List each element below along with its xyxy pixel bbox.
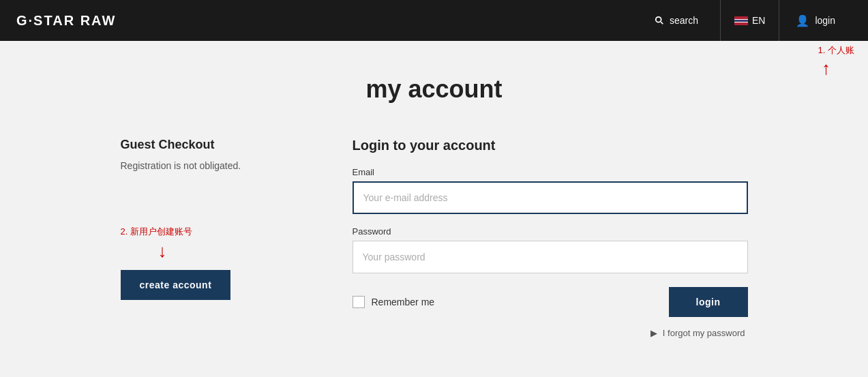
forgot-password-text: I forgot my password	[663, 328, 745, 338]
forgot-password-link[interactable]: ▶ I forgot my password	[353, 328, 748, 338]
guest-checkout-description: Registration is not obligated.	[121, 160, 298, 171]
language-selector[interactable]: EN	[721, 0, 779, 41]
main-content: Guest Checkout Registration is not oblig…	[93, 124, 775, 365]
svg-line-1	[661, 22, 663, 24]
navbar: G·STAR RAW search EN 👤 login	[0, 0, 868, 41]
brand-logo: G·STAR RAW	[16, 13, 116, 29]
annotation-2-text: 2. 新用户创建账号	[121, 226, 298, 238]
annotation-2: 2. 新用户创建账号 ↓	[121, 226, 298, 262]
guest-checkout-section: Guest Checkout Registration is not oblig…	[121, 138, 298, 338]
login-form-title: Login to your account	[353, 138, 748, 153]
email-form-group: Email	[353, 167, 748, 214]
login-label: login	[815, 15, 835, 26]
password-input[interactable]	[353, 241, 748, 273]
annotation-2-arrow: ↓	[158, 241, 298, 262]
search-label: search	[670, 15, 698, 26]
flag-icon	[734, 16, 748, 25]
form-actions: Remember me login	[353, 287, 748, 317]
user-icon: 👤	[796, 14, 809, 27]
email-label: Email	[353, 167, 748, 177]
create-account-button[interactable]: create account	[121, 270, 231, 300]
lang-code: EN	[752, 15, 765, 26]
annotation-1: 1. 个人账 ↑	[818, 44, 854, 79]
password-form-group: Password	[353, 226, 748, 273]
search-icon	[655, 16, 664, 25]
email-input[interactable]	[353, 181, 748, 214]
search-button[interactable]: search	[633, 0, 721, 41]
remember-me-group: Remember me	[353, 296, 435, 308]
login-button[interactable]: 👤 login	[779, 0, 852, 41]
login-section: Login to your account Email Password Rem…	[353, 138, 748, 338]
svg-point-0	[656, 17, 661, 22]
page-title: my account	[0, 75, 868, 104]
password-label: Password	[353, 226, 748, 237]
page-title-section: my account	[0, 41, 868, 124]
guest-checkout-title: Guest Checkout	[121, 138, 298, 152]
navbar-right: search EN 👤 login	[633, 0, 852, 41]
annotation-1-text: 1. 个人账	[818, 44, 854, 57]
remember-me-checkbox[interactable]	[353, 296, 365, 308]
annotation-1-arrow: ↑	[822, 58, 830, 79]
login-submit-button[interactable]: login	[669, 287, 748, 317]
forgot-password-arrow: ▶	[650, 328, 657, 338]
remember-me-label: Remember me	[372, 297, 435, 307]
